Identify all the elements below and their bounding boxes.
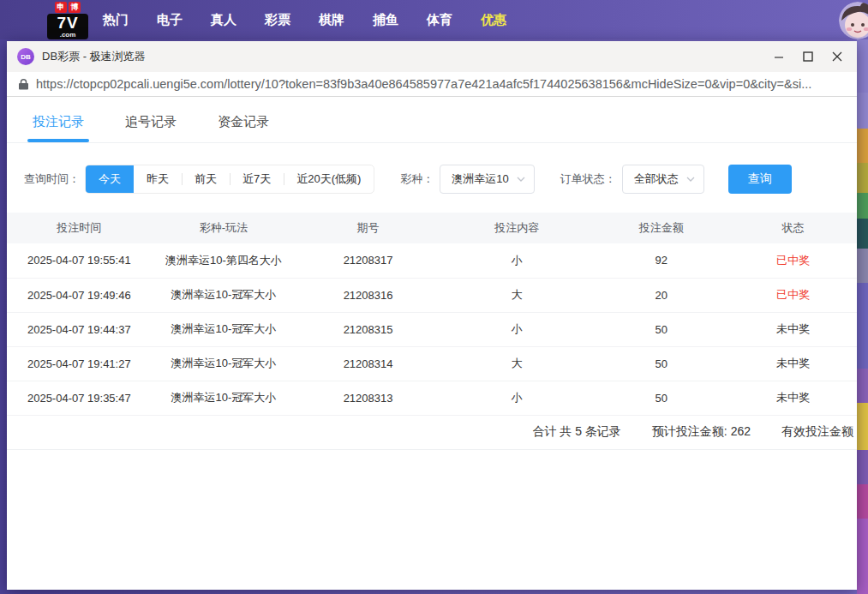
lottery-filter-label: 彩种： bbox=[400, 171, 434, 187]
cell-bet-amount: 50 bbox=[593, 381, 729, 415]
page-content: 投注记录 追号记录 资金记录 查询时间： 今天 昨天 前天 近7天 近20天(低… bbox=[7, 97, 857, 590]
tab-chase-records[interactable]: 追号记录 bbox=[125, 114, 177, 142]
window-title: DB彩票 - 极速浏览器 bbox=[42, 49, 764, 64]
filter-bar: 查询时间： 今天 昨天 前天 近7天 近20天(低频) 彩种： 澳洲幸运10 订… bbox=[24, 165, 857, 194]
bet-records-table: 投注时间 彩种-玩法 期号 投注内容 投注金额 状态 2025-04-07 19… bbox=[7, 213, 857, 416]
time-option-yesterday[interactable]: 昨天 bbox=[134, 165, 182, 194]
cell-issue: 21208314 bbox=[296, 346, 440, 381]
maximize-button[interactable] bbox=[793, 44, 823, 69]
cell-bet-amount: 20 bbox=[593, 278, 729, 312]
record-tabs: 投注记录 追号记录 资金记录 bbox=[7, 97, 857, 143]
cell-lottery-play: 澳洲幸运10-冠军大小 bbox=[152, 381, 296, 415]
search-button[interactable]: 查询 bbox=[728, 165, 792, 194]
col-status: 状态 bbox=[729, 213, 857, 243]
col-issue: 期号 bbox=[296, 213, 440, 243]
site-nav-items: 热门 电子 真人 彩票 棋牌 捕鱼 体育 优惠 bbox=[103, 12, 506, 28]
nav-item-fishing[interactable]: 捕鱼 bbox=[373, 12, 398, 28]
cell-bet-content: 小 bbox=[440, 312, 594, 346]
table-summary: 合计 共 5 条记录 预计投注金额: 262 有效投注金额 bbox=[7, 416, 857, 450]
cell-bet-time: 2025-04-07 19:41:27 bbox=[7, 346, 152, 381]
summary-total-records: 合计 共 5 条记录 bbox=[532, 424, 620, 440]
time-option-today[interactable]: 今天 bbox=[86, 165, 134, 194]
cell-bet-amount: 50 bbox=[593, 312, 729, 346]
chevron-down-icon bbox=[517, 177, 525, 182]
table-row[interactable]: 2025-04-07 19:55:41 澳洲幸运10-第四名大小 2120831… bbox=[7, 243, 857, 278]
time-option-20days[interactable]: 近20天(低频) bbox=[284, 165, 374, 194]
lottery-select[interactable]: 澳洲幸运10 bbox=[440, 165, 534, 194]
table-row[interactable]: 2025-04-07 19:49:46 澳洲幸运10-冠军大小 21208316… bbox=[7, 278, 857, 312]
nav-item-lottery[interactable]: 彩票 bbox=[265, 12, 290, 28]
status-badge: 未中奖 bbox=[729, 381, 857, 415]
url-bar[interactable]: https://ctopcp02pcali.uengi5e.com/lotter… bbox=[7, 72, 857, 97]
tab-bet-records[interactable]: 投注记录 bbox=[33, 114, 84, 142]
col-bet-amount: 投注金额 bbox=[593, 213, 729, 243]
cell-issue: 21208316 bbox=[296, 278, 440, 312]
nav-item-hot[interactable]: 热门 bbox=[103, 12, 129, 28]
close-icon bbox=[832, 51, 842, 62]
status-badge: 已中奖 bbox=[729, 243, 857, 278]
cell-lottery-play: 澳洲幸运10-冠军大小 bbox=[152, 312, 296, 346]
lottery-select-value: 澳洲幸运10 bbox=[452, 171, 508, 187]
cell-bet-content: 大 bbox=[440, 278, 594, 312]
col-lottery-play: 彩种-玩法 bbox=[152, 213, 296, 243]
cell-bet-content: 小 bbox=[440, 243, 594, 278]
cell-issue: 21208315 bbox=[296, 312, 440, 346]
time-filter-label: 查询时间： bbox=[24, 171, 80, 187]
status-badge: 已中奖 bbox=[729, 278, 857, 312]
app-icon: DB bbox=[17, 48, 34, 65]
status-badge: 未中奖 bbox=[729, 312, 857, 346]
logo-badge-left: 申 bbox=[55, 2, 67, 13]
lock-icon bbox=[19, 79, 28, 90]
cell-bet-time: 2025-04-07 19:44:37 bbox=[7, 312, 152, 346]
maximize-icon bbox=[803, 51, 813, 62]
cell-lottery-play: 澳洲幸运10-冠军大小 bbox=[152, 278, 296, 312]
time-option-day-before[interactable]: 前天 bbox=[182, 165, 230, 194]
col-bet-content: 投注内容 bbox=[440, 213, 594, 243]
table-row[interactable]: 2025-04-07 19:44:37 澳洲幸运10-冠军大小 21208315… bbox=[7, 312, 857, 346]
summary-valid-amount: 有效投注金额 bbox=[781, 424, 853, 440]
minimize-icon bbox=[774, 51, 784, 62]
table-header-row: 投注时间 彩种-玩法 期号 投注内容 投注金额 状态 bbox=[7, 213, 857, 243]
nav-item-electronic[interactable]: 电子 bbox=[157, 12, 183, 28]
time-option-7days[interactable]: 近7天 bbox=[230, 165, 284, 194]
cell-lottery-play: 澳洲幸运10-冠军大小 bbox=[152, 346, 296, 381]
browser-titlebar[interactable]: DB DB彩票 - 极速浏览器 bbox=[7, 41, 857, 72]
cell-bet-time: 2025-04-07 19:49:46 bbox=[7, 278, 152, 312]
cell-bet-time: 2025-04-07 19:35:47 bbox=[7, 381, 152, 415]
nav-item-promo[interactable]: 优惠 bbox=[481, 12, 506, 28]
table-row[interactable]: 2025-04-07 19:35:47 澳洲幸运10-冠军大小 21208313… bbox=[7, 381, 857, 415]
browser-window: DB DB彩票 - 极速浏览器 https://ctopcp02pcali.ue… bbox=[7, 41, 857, 590]
logo-badge-right: 博 bbox=[69, 2, 81, 13]
nav-item-chess[interactable]: 棋牌 bbox=[319, 12, 344, 28]
chevron-down-icon bbox=[686, 177, 695, 182]
page-behind-window-edge bbox=[857, 39, 868, 594]
col-bet-time: 投注时间 bbox=[7, 213, 152, 243]
table-row[interactable]: 2025-04-07 19:41:27 澳洲幸运10-冠军大小 21208314… bbox=[7, 346, 857, 381]
site-logo[interactable]: 申 博 7V .com bbox=[47, 2, 88, 39]
cell-bet-content: 大 bbox=[440, 346, 594, 381]
nav-item-live[interactable]: 真人 bbox=[211, 12, 236, 28]
tab-fund-records[interactable]: 资金记录 bbox=[218, 114, 269, 142]
cell-bet-time: 2025-04-07 19:55:41 bbox=[7, 243, 152, 278]
time-range-group: 今天 昨天 前天 近7天 近20天(低频) bbox=[85, 165, 374, 194]
cell-issue: 21208313 bbox=[296, 381, 440, 415]
cell-bet-amount: 50 bbox=[593, 346, 729, 381]
cell-lottery-play: 澳洲幸运10-第四名大小 bbox=[152, 243, 296, 278]
logo-sub-text: .com bbox=[49, 32, 87, 38]
status-badge: 未中奖 bbox=[729, 346, 857, 381]
summary-expected-amount: 预计投注金额: 262 bbox=[652, 424, 751, 440]
logo-main-text: 7V bbox=[49, 15, 87, 32]
order-status-select[interactable]: 全部状态 bbox=[622, 165, 704, 194]
cell-bet-content: 小 bbox=[440, 381, 594, 415]
url-text[interactable]: https://ctopcp02pcali.uengi5e.com/lotter… bbox=[36, 77, 811, 91]
cell-bet-amount: 92 bbox=[593, 243, 729, 278]
cell-issue: 21208317 bbox=[296, 243, 440, 278]
nav-item-sports[interactable]: 体育 bbox=[427, 12, 452, 28]
close-button[interactable] bbox=[823, 44, 852, 69]
status-filter-label: 订单状态： bbox=[560, 171, 616, 187]
minimize-button[interactable] bbox=[764, 44, 793, 69]
site-top-nav: 申 博 7V .com 热门 电子 真人 彩票 棋牌 捕鱼 体育 优惠 bbox=[0, 0, 868, 39]
order-status-value: 全部状态 bbox=[634, 171, 679, 187]
